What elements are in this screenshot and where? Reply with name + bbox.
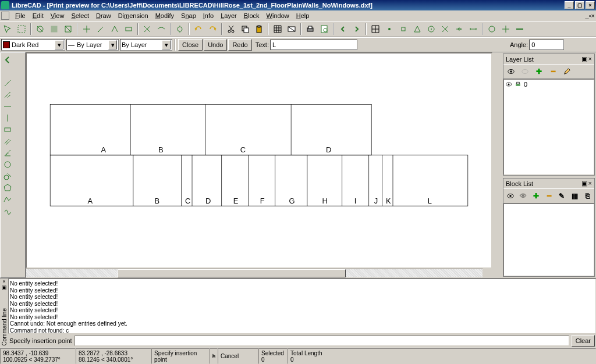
line-v-icon[interactable] (2, 112, 13, 124)
snap-free-icon[interactable] (383, 23, 396, 35)
undo-icon[interactable] (192, 23, 205, 35)
select-window-icon[interactable] (15, 23, 28, 35)
snap-dist-icon[interactable] (467, 23, 480, 35)
select-tool-c-icon[interactable] (108, 23, 121, 35)
line-angle-icon[interactable] (2, 89, 13, 101)
select-tool-a-icon[interactable] (80, 23, 93, 35)
invert-select-icon[interactable] (62, 23, 74, 35)
command-log[interactable]: No entity selected!No entity selected!No… (8, 279, 596, 334)
snap-on-icon[interactable] (453, 23, 466, 35)
grid-toggle-icon[interactable] (271, 23, 284, 35)
draft-mode-icon[interactable] (285, 23, 298, 35)
line-h-icon[interactable] (2, 101, 13, 112)
polyline-icon[interactable] (2, 194, 13, 205)
layer-hide-all-icon[interactable] (519, 66, 531, 77)
layer-add-icon[interactable]: ✚ (533, 66, 545, 77)
snap-mid-icon[interactable] (411, 23, 424, 35)
close-icon[interactable]: × (588, 55, 592, 63)
restrict-h-icon[interactable] (513, 23, 526, 35)
select-single-icon[interactable] (1, 23, 14, 35)
block-remove-icon[interactable]: ━ (543, 190, 555, 202)
select-tool-d-icon[interactable] (122, 23, 135, 35)
menu-block[interactable]: Block (240, 12, 263, 20)
polygon-icon[interactable] (2, 182, 13, 194)
minimize-button[interactable]: _ (565, 1, 574, 9)
block-show-icon[interactable] (505, 190, 516, 202)
layer-row[interactable]: 0 (505, 81, 593, 88)
menu-draw[interactable]: Draw (93, 12, 115, 20)
text-input[interactable] (270, 40, 357, 50)
snap-grid-icon[interactable] (369, 23, 382, 35)
vertical-scrollbar[interactable] (492, 52, 502, 278)
block-insert-icon[interactable]: ⎘ (581, 190, 593, 202)
snap-intersect-icon[interactable] (439, 23, 452, 35)
menu-dimension[interactable]: Dimension (115, 12, 152, 20)
snap-center-icon[interactable] (425, 23, 438, 35)
close-preview-button[interactable]: Close (178, 39, 203, 51)
block-hide-icon[interactable]: 👁 (517, 190, 529, 202)
block-edit-icon[interactable]: ▦ (569, 190, 580, 202)
lineweight-combo[interactable]: By Layer ▾ (120, 39, 172, 51)
cut-icon[interactable] (225, 23, 237, 35)
print-preview-icon[interactable] (318, 23, 331, 35)
menu-edit[interactable]: Edit (29, 12, 47, 20)
layer-edit-icon[interactable] (560, 66, 573, 77)
close-icon[interactable]: × (588, 180, 592, 187)
zoom-prev-icon[interactable] (336, 23, 349, 35)
layer-list-body[interactable]: 0 (503, 79, 594, 175)
color-combo[interactable]: Dark Red ▾ (1, 39, 65, 51)
line-tool-icon[interactable] (2, 77, 13, 89)
redo-icon[interactable] (206, 23, 219, 35)
mdi-close-button[interactable]: × (591, 12, 595, 19)
undo-button[interactable]: Undo (204, 39, 227, 51)
svg-point-29 (4, 175, 9, 180)
select-tool-f-icon[interactable] (155, 23, 168, 35)
restrict-ortho-icon[interactable] (499, 23, 512, 35)
paste-icon[interactable] (253, 23, 265, 35)
menu-help[interactable]: Help (293, 12, 313, 20)
redo-button[interactable]: Redo (228, 39, 251, 51)
clear-button[interactable]: Clear (572, 335, 595, 347)
zoom-next-icon[interactable] (350, 23, 363, 35)
select-tool-b-icon[interactable] (94, 23, 107, 35)
select-all-icon[interactable] (48, 23, 61, 35)
layer-visibility-icon[interactable] (505, 66, 517, 77)
select-tool-e-icon[interactable] (141, 23, 154, 35)
command-input[interactable] (74, 336, 569, 346)
snap-end-icon[interactable] (397, 23, 410, 35)
block-list-body[interactable] (503, 204, 594, 276)
cmd-close-icon[interactable]: × (2, 279, 5, 284)
block-rename-icon[interactable]: ✎ (556, 190, 567, 202)
print-icon[interactable] (304, 23, 317, 35)
linetype-combo[interactable]: — By Layer ▾ (66, 39, 119, 51)
menu-modify[interactable]: Modify (152, 12, 178, 20)
close-button[interactable]: × (586, 1, 595, 9)
layer-remove-icon[interactable]: ━ (547, 66, 559, 77)
maximize-button[interactable]: ▢ (575, 1, 584, 9)
menu-view[interactable]: View (47, 12, 68, 20)
parallel-icon[interactable] (2, 135, 13, 147)
rect-tool-icon[interactable] (2, 124, 13, 135)
menu-layer[interactable]: Layer (217, 12, 240, 20)
menu-select[interactable]: Select (68, 12, 93, 20)
horizontal-scrollbar[interactable] (26, 269, 492, 278)
menu-file[interactable]: File (12, 12, 29, 20)
circle-tool-icon[interactable] (2, 159, 13, 170)
back-arrow-icon[interactable] (2, 54, 13, 66)
cmd-undock-icon[interactable]: ▣ (2, 284, 7, 290)
tangent-icon[interactable] (2, 170, 13, 182)
copy-icon[interactable] (239, 23, 251, 35)
undock-icon[interactable]: ▣ (581, 180, 587, 187)
drawing-canvas[interactable]: A B C D A (26, 52, 492, 269)
undock-icon[interactable]: ▣ (581, 55, 587, 63)
menu-window[interactable]: Window (263, 12, 293, 20)
angle-input[interactable] (529, 40, 564, 50)
restrict-nothing-icon[interactable] (485, 23, 498, 35)
select-tool-g-icon[interactable] (173, 23, 186, 35)
block-add-icon[interactable]: ✚ (530, 190, 542, 202)
bisect-icon[interactable] (2, 147, 13, 159)
menu-snap[interactable]: Snap (178, 12, 200, 20)
deselect-all-icon[interactable] (34, 23, 47, 35)
menu-info[interactable]: Info (200, 12, 217, 20)
freehand-icon[interactable] (2, 205, 13, 217)
